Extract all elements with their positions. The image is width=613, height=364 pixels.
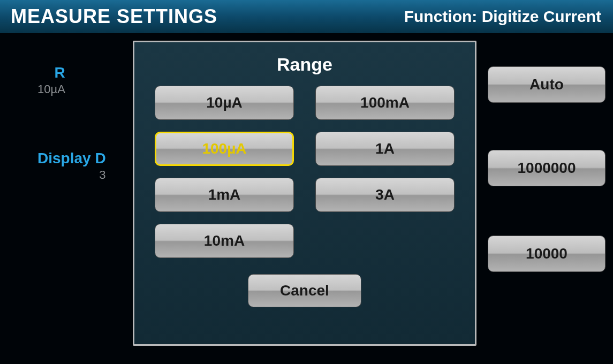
range-option-3a[interactable]: 3A — [315, 178, 455, 212]
cancel-button[interactable]: Cancel — [248, 274, 361, 307]
setting-range-row: R 10µA — [37, 64, 65, 96]
range-dialog: Range 10µA 100µA 1mA 10mA 100mA 1A 3A Ca… — [133, 41, 476, 346]
content-area: R 10µA Display D 3 Auto 1000000 10000 Ra… — [0, 33, 613, 364]
range-option-100ua[interactable]: 100µA — [155, 132, 294, 166]
setting-display-digits-label: Display D — [37, 150, 106, 167]
dialog-title: Range — [277, 54, 332, 75]
sample-rate-button[interactable]: 10000 — [488, 236, 606, 272]
range-option-100ma[interactable]: 100mA — [315, 86, 455, 120]
range-option-10ma[interactable]: 10mA — [155, 224, 294, 258]
aperture-button[interactable]: Auto — [488, 66, 606, 103]
count-button[interactable]: 1000000 — [488, 150, 606, 186]
function-prefix: Function: — [404, 7, 482, 25]
range-option-grid: 10µA 100µA 1mA 10mA 100mA 1A 3A — [155, 86, 455, 258]
function-value: Digitize Current — [482, 7, 601, 25]
setting-display-digits-value: 3 — [37, 168, 106, 182]
page-title: MEASURE SETTINGS — [11, 5, 217, 28]
header-bar: MEASURE SETTINGS Function: Digitize Curr… — [0, 0, 613, 33]
range-option-1ma[interactable]: 1mA — [155, 178, 294, 212]
setting-range-label: R — [37, 64, 65, 81]
range-option-10ua[interactable]: 10µA — [155, 86, 294, 120]
setting-range-value: 10µA — [37, 82, 65, 96]
range-option-1a[interactable]: 1A — [315, 132, 455, 166]
function-indicator: Function: Digitize Current — [404, 7, 601, 26]
setting-display-digits-row: Display D 3 — [37, 150, 106, 182]
